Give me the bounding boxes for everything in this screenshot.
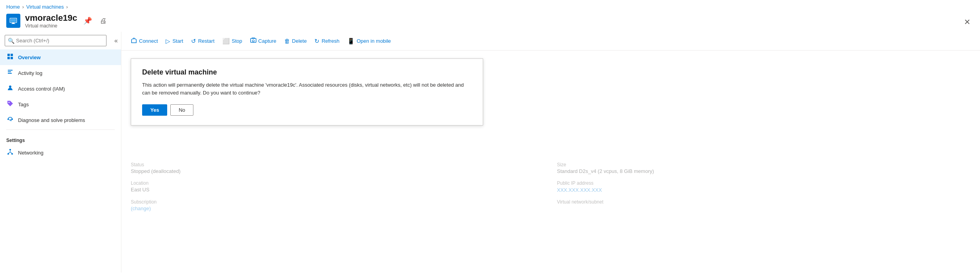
vm-icon: [6, 14, 20, 28]
svg-rect-2: [11, 19, 16, 22]
sidebar-item-label-overview: Overview: [18, 55, 41, 60]
close-button[interactable]: ✕: [961, 16, 974, 28]
main-layout: 🔍 « Overview Activit: [0, 32, 980, 273]
collapse-sidebar-button[interactable]: «: [111, 35, 121, 47]
svg-point-12: [9, 85, 11, 88]
sidebar-item-label-networking: Networking: [18, 150, 43, 156]
sidebar-item-activity-log[interactable]: Activity log: [0, 65, 121, 81]
dialog-overlay: Delete virtual machine This action will …: [121, 51, 980, 273]
sidebar-item-label-access: Access control (IAM): [18, 86, 65, 92]
overview-icon: [6, 53, 14, 61]
stop-icon: ⬜: [222, 38, 230, 45]
sidebar-search-row: 🔍 «: [0, 32, 121, 49]
settings-section-label: Settings: [0, 131, 121, 145]
svg-rect-6: [11, 54, 13, 56]
sidebar-search-container: 🔍: [5, 35, 106, 46]
sidebar-item-tags[interactable]: Tags: [0, 96, 121, 112]
dialog-title: Delete virtual machine: [142, 68, 472, 76]
breadcrumb: Home › Virtual machines ›: [0, 0, 980, 11]
delete-button[interactable]: 🗑 Delete: [281, 35, 310, 47]
stop-label: Stop: [232, 38, 242, 44]
toolbar: Connect ▷ Start ↺ Restart ⬜ Stop: [121, 32, 980, 51]
start-button[interactable]: ▷ Start: [162, 35, 186, 47]
capture-label: Capture: [258, 38, 276, 44]
connect-label: Connect: [139, 38, 158, 44]
search-input[interactable]: [5, 35, 106, 46]
breadcrumb-vms[interactable]: Virtual machines: [26, 4, 64, 10]
start-icon: ▷: [166, 38, 170, 45]
capture-button[interactable]: Capture: [247, 35, 280, 47]
pin-icon: 📌: [83, 17, 92, 25]
svg-rect-11: [8, 73, 12, 74]
networking-icon: [6, 149, 14, 156]
no-button[interactable]: No: [170, 104, 193, 116]
open-mobile-button[interactable]: 📱 Open in mobile: [344, 35, 394, 47]
sidebar-item-diagnose[interactable]: Diagnose and solve problems: [0, 112, 121, 128]
delete-dialog: Delete virtual machine This action will …: [131, 58, 483, 125]
delete-icon: 🗑: [284, 38, 290, 44]
svg-rect-17: [7, 153, 9, 155]
svg-rect-9: [8, 70, 13, 71]
access-control-icon: [6, 85, 14, 93]
svg-point-14: [7, 118, 9, 120]
svg-rect-16: [9, 149, 11, 150]
sidebar-item-label-activity: Activity log: [18, 70, 42, 76]
svg-rect-10: [8, 71, 11, 72]
svg-rect-5: [7, 54, 10, 56]
pin-button[interactable]: 📌: [82, 15, 94, 27]
diagnose-icon: [6, 116, 14, 124]
content-area: Delete virtual machine This action will …: [121, 51, 980, 273]
restart-label: Restart: [198, 38, 215, 44]
breadcrumb-sep1: ›: [22, 4, 24, 10]
breadcrumb-sep2: ›: [66, 4, 68, 10]
sidebar-item-overview[interactable]: Overview: [0, 49, 121, 65]
activity-log-icon: [6, 69, 14, 77]
refresh-icon: ↻: [314, 38, 319, 45]
svg-rect-7: [7, 57, 10, 59]
right-panel: Connect ▷ Start ↺ Restart ⬜ Stop: [121, 32, 980, 273]
sidebar-divider: [6, 129, 115, 130]
svg-point-24: [252, 40, 254, 42]
page-header-info: vmoracle19c Virtual machine: [25, 13, 77, 29]
connect-icon: [131, 37, 137, 45]
svg-line-20: [8, 152, 10, 153]
page-title: vmoracle19c: [25, 13, 77, 23]
refresh-button[interactable]: ↻ Refresh: [311, 35, 343, 47]
sidebar-item-label-tags: Tags: [18, 102, 29, 107]
svg-rect-8: [11, 57, 13, 59]
yes-button[interactable]: Yes: [142, 104, 167, 116]
restart-icon: ↺: [191, 38, 196, 45]
sidebar-item-access-control[interactable]: Access control (IAM): [0, 81, 121, 96]
restart-button[interactable]: ↺ Restart: [188, 35, 218, 47]
stop-button[interactable]: ⬜ Stop: [219, 35, 245, 47]
dialog-message: This action will permanently delete the …: [142, 81, 472, 96]
svg-rect-4: [11, 24, 15, 24]
sidebar-item-label-diagnose: Diagnose and solve problems: [18, 117, 85, 123]
mobile-icon: 📱: [347, 38, 355, 45]
page-header: vmoracle19c Virtual machine 📌 🖨 ✕: [0, 11, 980, 32]
sidebar-item-networking[interactable]: Networking: [0, 145, 121, 160]
svg-point-13: [9, 102, 10, 103]
open-mobile-label: Open in mobile: [357, 38, 391, 44]
refresh-label: Refresh: [321, 38, 339, 44]
svg-rect-18: [11, 153, 13, 155]
print-button[interactable]: 🖨: [98, 15, 108, 27]
tags-icon: [6, 100, 14, 108]
delete-label: Delete: [292, 38, 307, 44]
capture-icon: [250, 37, 256, 45]
search-icon: 🔍: [8, 38, 14, 44]
svg-rect-23: [252, 38, 255, 38]
svg-line-21: [10, 152, 12, 153]
sidebar: 🔍 « Overview Activit: [0, 32, 121, 273]
svg-rect-3: [12, 23, 14, 24]
dialog-buttons: Yes No: [142, 104, 472, 116]
print-icon: 🖨: [100, 17, 107, 25]
sidebar-nav: Overview Activity log: [0, 49, 121, 273]
breadcrumb-home[interactable]: Home: [6, 4, 20, 10]
page-subtitle: Virtual machine: [25, 23, 77, 29]
connect-button[interactable]: Connect: [128, 35, 161, 47]
start-label: Start: [172, 38, 183, 44]
close-icon: ✕: [964, 18, 971, 26]
